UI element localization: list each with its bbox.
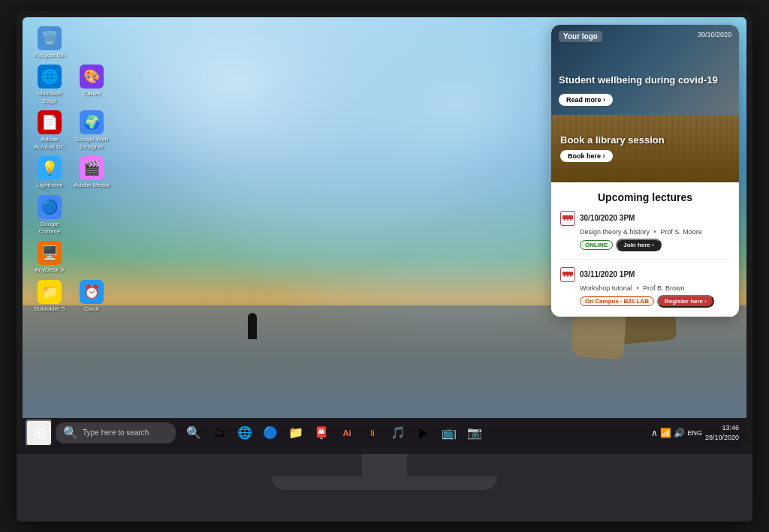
- taskbar-app-ai[interactable]: Ai: [335, 421, 359, 445]
- desktop-icon-recycle-bin[interactable]: 🗑️ Recycle Bin: [30, 25, 69, 61]
- tray-lang: ENG: [687, 429, 702, 437]
- desktop-icon-adobe-acrobat[interactable]: 📄 Adobe Acrobat DC: [30, 109, 69, 152]
- desktop-icon-adobe-media[interactable]: 🎬 Adobe Media: [72, 155, 111, 191]
- lecture2-professor: Prof B. Brown: [643, 284, 685, 292]
- lecture2-tags: On Campus · B26 LAB Register here ›: [560, 295, 730, 308]
- taskbar-app-camera[interactable]: 📷: [463, 421, 487, 445]
- lecture1-professor: Prof S. Moore: [660, 228, 702, 236]
- taskbar: ⊞ 🔍 🔍 🗂 🌐 🔵 📁 📮 Ai Ii 🎵: [23, 418, 746, 448]
- logo-text: Your logo: [559, 31, 602, 42]
- tray-icon-wifi[interactable]: 📶: [660, 428, 671, 438]
- lecture-item-1: 30/10/2020 3PM Design theory & history •…: [560, 211, 730, 260]
- taskbar-app-edge[interactable]: 🌐: [233, 421, 257, 445]
- banner1-header: Your logo 30/10/2020: [559, 31, 731, 42]
- lecture2-datetime: 03/11/2020 1PM: [580, 270, 635, 278]
- cal-dot: [567, 219, 568, 221]
- search-icon: 🔍: [63, 425, 78, 440]
- taskbar-app-tv[interactable]: 📺: [437, 421, 461, 445]
- desktop: 🗑️ Recycle Bin 🌐 Microsoft Edge 🎨 Canva: [23, 17, 746, 448]
- lecture2-datetime-row: 03/11/2020 1PM: [560, 267, 730, 282]
- desktop-icon-chrome[interactable]: 🔵 Google Chrome: [30, 194, 69, 236]
- lecture2-subject: Workshop tutorial: [580, 284, 632, 292]
- banner2-title: Book a library session: [560, 134, 730, 146]
- taskbar-app-files[interactable]: 📁: [284, 421, 308, 445]
- taskbar-clock[interactable]: 13:46 28/10/2020: [705, 423, 739, 442]
- monitor-bezel: 🗑️ Recycle Bin 🌐 Microsoft Edge 🎨 Canva: [17, 11, 752, 454]
- online-tag: ONLINE: [580, 240, 613, 250]
- taskbar-tray: ∧ 📶 🔊 ENG 13:46 28/10/2020: [651, 423, 743, 442]
- cal-bottom: [564, 219, 571, 221]
- desktop-icon-folder[interactable]: 📁 Subfolder 5: [30, 278, 69, 314]
- upcoming-lectures-section: Upcoming lectures: [551, 182, 739, 317]
- tray-icon-chevron[interactable]: ∧: [651, 428, 658, 438]
- monitor-stand-base: [272, 476, 497, 490]
- lecture1-datetime-row: 30/10/2020 3PM: [560, 211, 730, 226]
- dot-separator: •: [654, 228, 656, 236]
- desktop-icon-clock[interactable]: ⏰ Clock: [72, 278, 111, 314]
- lectures-section-title: Upcoming lectures: [560, 191, 730, 203]
- desktop-icon-canva[interactable]: 🎨 Canva: [72, 63, 111, 106]
- cal-dot: [564, 219, 565, 221]
- lecture1-subject: Design theory & history: [580, 228, 650, 236]
- taskbar-app-music[interactable]: 🎵: [386, 421, 410, 445]
- cal-dot: [570, 275, 571, 277]
- taskbar-app-premiere[interactable]: ▶: [412, 421, 436, 445]
- banner2-content: Book a library session Book here ›: [551, 115, 739, 182]
- tray-icons: ∧ 📶 🔊 ENG: [651, 428, 702, 438]
- lecture1-info: Design theory & history • Prof S. Moore: [560, 228, 730, 236]
- screen: 🗑️ Recycle Bin 🌐 Microsoft Edge 🎨 Canva: [23, 17, 746, 448]
- clock-time: 13:46: [705, 423, 739, 433]
- taskbar-search-box[interactable]: 🔍: [56, 422, 176, 443]
- tray-icon-volume[interactable]: 🔊: [674, 428, 685, 438]
- start-button[interactable]: ⊞: [26, 419, 53, 446]
- register-here-button[interactable]: Register here ›: [657, 295, 714, 308]
- clock-date: 28/10/2020: [705, 433, 739, 443]
- cal-dot: [567, 275, 568, 277]
- dot-separator: •: [636, 284, 638, 292]
- cal-bottom: [564, 275, 571, 277]
- header-date: 30/10/2020: [698, 31, 731, 38]
- taskbar-app-task-view[interactable]: 🗂: [207, 421, 231, 445]
- taskbar-app-mail[interactable]: 📮: [309, 421, 333, 445]
- taskbar-app-chrome[interactable]: 🔵: [258, 421, 282, 445]
- monitor: 🗑️ Recycle Bin 🌐 Microsoft Edge 🎨 Canva: [17, 11, 752, 521]
- banner1-content: Student wellbeing during covid-19 Read m…: [559, 74, 731, 106]
- desktop-icons-container: 🗑️ Recycle Bin 🌐 Microsoft Edge 🎨 Canva: [30, 25, 111, 314]
- cal-dot: [570, 219, 571, 221]
- read-more-button[interactable]: Read more ›: [559, 94, 613, 106]
- student-wellbeing-banner: Your logo 30/10/2020 Student wellbeing d…: [551, 25, 739, 115]
- search-input[interactable]: [83, 428, 165, 437]
- join-here-button[interactable]: Join here ›: [616, 239, 661, 251]
- library-banner: Book a library session Book here ›: [551, 115, 739, 182]
- taskbar-app-cortana[interactable]: 🔍: [182, 421, 206, 445]
- desktop-icon-edge[interactable]: 🌐 Microsoft Edge: [30, 63, 69, 106]
- monitor-stand-neck: [362, 454, 407, 476]
- book-here-button[interactable]: Book here ›: [560, 150, 613, 162]
- lecture-item-2: 03/11/2020 1PM Workshop tutorial • Prof …: [560, 267, 730, 308]
- desktop-icon-google-web[interactable]: 🌍 Google Web Designer: [72, 109, 111, 152]
- lecture2-info: Workshop tutorial • Prof B. Brown: [560, 284, 730, 292]
- cal-dot: [564, 275, 565, 277]
- lecture1-tags: ONLINE Join here ›: [560, 239, 730, 251]
- lecture1-datetime: 30/10/2020 3PM: [580, 214, 635, 222]
- desktop-icon-anydesk[interactable]: 🖥️ AnyDesk V: [30, 239, 69, 275]
- campus-tag: On Campus · B26 LAB: [580, 296, 654, 306]
- taskbar-apps-area: 🔍 🗂 🌐 🔵 📁 📮 Ai Ii 🎵 ▶ 📺 📷: [179, 421, 651, 445]
- taskbar-app-illustrator[interactable]: Ii: [360, 421, 384, 445]
- lecture1-calendar-icon: [560, 211, 575, 226]
- desktop-icon-lightroom[interactable]: 💡 Lightroom: [30, 155, 69, 191]
- widget-panel: Your logo 30/10/2020 Student wellbeing d…: [551, 25, 739, 317]
- banner1-title: Student wellbeing during covid-19: [559, 74, 731, 87]
- lecture2-calendar-icon: [560, 267, 575, 282]
